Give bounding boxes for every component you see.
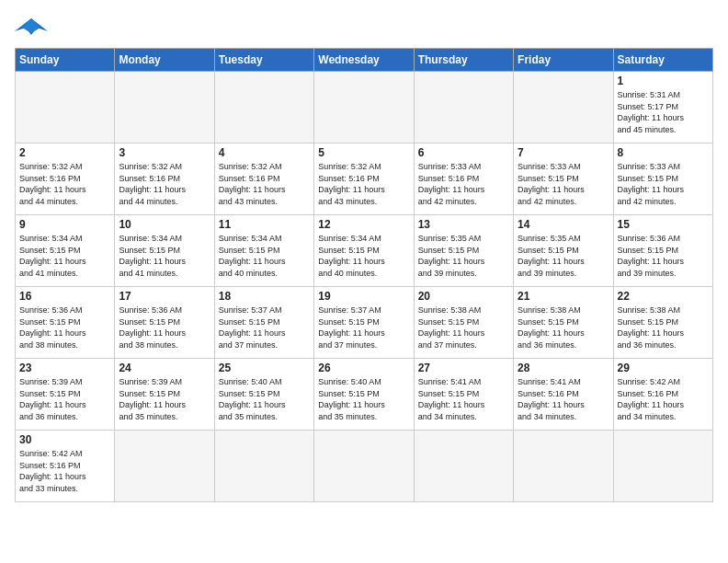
day-info: Sunrise: 5:35 AM Sunset: 5:15 PM Dayligh… bbox=[418, 233, 509, 279]
calendar-body: 1Sunrise: 5:31 AM Sunset: 5:17 PM Daylig… bbox=[16, 72, 713, 502]
day-info: Sunrise: 5:33 AM Sunset: 5:15 PM Dayligh… bbox=[518, 161, 609, 207]
day-info: Sunrise: 5:34 AM Sunset: 5:15 PM Dayligh… bbox=[318, 233, 409, 279]
logo-icon bbox=[15, 15, 48, 40]
calendar-cell: 13Sunrise: 5:35 AM Sunset: 5:15 PM Dayli… bbox=[414, 215, 513, 287]
day-info: Sunrise: 5:42 AM Sunset: 5:16 PM Dayligh… bbox=[19, 448, 110, 494]
day-number: 24 bbox=[119, 362, 210, 374]
day-number: 20 bbox=[418, 290, 509, 303]
calendar-cell: 10Sunrise: 5:34 AM Sunset: 5:15 PM Dayli… bbox=[115, 215, 214, 287]
calendar-cell bbox=[414, 431, 513, 502]
calendar-cell: 20Sunrise: 5:38 AM Sunset: 5:15 PM Dayli… bbox=[414, 287, 513, 359]
day-info: Sunrise: 5:39 AM Sunset: 5:15 PM Dayligh… bbox=[19, 376, 110, 422]
day-number: 22 bbox=[618, 290, 709, 303]
calendar-cell bbox=[214, 431, 313, 502]
day-number: 15 bbox=[618, 218, 709, 231]
calendar-cell bbox=[314, 72, 414, 144]
day-number: 4 bbox=[219, 146, 310, 159]
day-number: 13 bbox=[418, 218, 509, 231]
calendar-cell: 1Sunrise: 5:31 AM Sunset: 5:17 PM Daylig… bbox=[613, 72, 712, 144]
calendar-cell bbox=[314, 431, 414, 502]
day-info: Sunrise: 5:38 AM Sunset: 5:15 PM Dayligh… bbox=[618, 304, 709, 350]
day-number: 3 bbox=[119, 146, 210, 159]
day-number: 18 bbox=[219, 290, 310, 303]
calendar-cell bbox=[115, 72, 214, 144]
day-number: 14 bbox=[518, 218, 609, 231]
header-cell-thursday: Thursday bbox=[414, 49, 513, 72]
calendar-cell bbox=[115, 431, 214, 502]
day-number: 11 bbox=[219, 218, 310, 231]
day-info: Sunrise: 5:36 AM Sunset: 5:15 PM Dayligh… bbox=[19, 304, 110, 350]
calendar-cell: 12Sunrise: 5:34 AM Sunset: 5:15 PM Dayli… bbox=[314, 215, 414, 287]
calendar-cell: 22Sunrise: 5:38 AM Sunset: 5:15 PM Dayli… bbox=[613, 287, 712, 359]
calendar-week-3: 9Sunrise: 5:34 AM Sunset: 5:15 PM Daylig… bbox=[16, 215, 713, 287]
day-info: Sunrise: 5:36 AM Sunset: 5:15 PM Dayligh… bbox=[618, 233, 709, 279]
calendar-cell: 8Sunrise: 5:33 AM Sunset: 5:15 PM Daylig… bbox=[613, 144, 712, 215]
day-info: Sunrise: 5:36 AM Sunset: 5:15 PM Dayligh… bbox=[119, 304, 210, 350]
day-number: 8 bbox=[618, 146, 709, 159]
calendar-cell: 4Sunrise: 5:32 AM Sunset: 5:16 PM Daylig… bbox=[214, 144, 313, 215]
day-number: 23 bbox=[19, 362, 110, 374]
day-number: 25 bbox=[219, 362, 310, 374]
day-info: Sunrise: 5:40 AM Sunset: 5:15 PM Dayligh… bbox=[318, 376, 409, 422]
day-number: 30 bbox=[19, 433, 110, 446]
day-info: Sunrise: 5:37 AM Sunset: 5:15 PM Dayligh… bbox=[318, 304, 409, 350]
calendar-week-4: 16Sunrise: 5:36 AM Sunset: 5:15 PM Dayli… bbox=[16, 287, 713, 359]
calendar-cell bbox=[16, 72, 115, 144]
day-info: Sunrise: 5:37 AM Sunset: 5:15 PM Dayligh… bbox=[219, 304, 310, 350]
calendar-week-2: 2Sunrise: 5:32 AM Sunset: 5:16 PM Daylig… bbox=[16, 144, 713, 215]
day-number: 2 bbox=[19, 146, 110, 159]
calendar-cell: 18Sunrise: 5:37 AM Sunset: 5:15 PM Dayli… bbox=[214, 287, 313, 359]
day-info: Sunrise: 5:41 AM Sunset: 5:15 PM Dayligh… bbox=[418, 376, 509, 422]
day-info: Sunrise: 5:34 AM Sunset: 5:15 PM Dayligh… bbox=[219, 233, 310, 279]
header-cell-sunday: Sunday bbox=[16, 49, 115, 72]
calendar-cell bbox=[214, 72, 313, 144]
calendar-cell: 7Sunrise: 5:33 AM Sunset: 5:15 PM Daylig… bbox=[514, 144, 613, 215]
day-number: 26 bbox=[318, 362, 409, 374]
header-cell-tuesday: Tuesday bbox=[214, 49, 313, 72]
day-info: Sunrise: 5:42 AM Sunset: 5:16 PM Dayligh… bbox=[618, 376, 709, 422]
calendar-cell: 23Sunrise: 5:39 AM Sunset: 5:15 PM Dayli… bbox=[16, 359, 115, 431]
day-info: Sunrise: 5:38 AM Sunset: 5:15 PM Dayligh… bbox=[418, 304, 509, 350]
calendar-header: SundayMondayTuesdayWednesdayThursdayFrid… bbox=[16, 49, 713, 72]
day-info: Sunrise: 5:32 AM Sunset: 5:16 PM Dayligh… bbox=[119, 161, 210, 207]
day-info: Sunrise: 5:41 AM Sunset: 5:16 PM Dayligh… bbox=[518, 376, 609, 422]
calendar-cell: 21Sunrise: 5:38 AM Sunset: 5:15 PM Dayli… bbox=[514, 287, 613, 359]
calendar-cell: 25Sunrise: 5:40 AM Sunset: 5:15 PM Dayli… bbox=[214, 359, 313, 431]
day-info: Sunrise: 5:31 AM Sunset: 5:17 PM Dayligh… bbox=[618, 89, 709, 135]
calendar-cell: 30Sunrise: 5:42 AM Sunset: 5:16 PM Dayli… bbox=[16, 431, 115, 502]
day-number: 12 bbox=[318, 218, 409, 231]
day-info: Sunrise: 5:38 AM Sunset: 5:15 PM Dayligh… bbox=[518, 304, 609, 350]
calendar-cell: 5Sunrise: 5:32 AM Sunset: 5:16 PM Daylig… bbox=[314, 144, 414, 215]
day-number: 19 bbox=[318, 290, 409, 303]
calendar-table: SundayMondayTuesdayWednesdayThursdayFrid… bbox=[15, 48, 713, 502]
day-number: 28 bbox=[518, 362, 609, 374]
calendar-week-1: 1Sunrise: 5:31 AM Sunset: 5:17 PM Daylig… bbox=[16, 72, 713, 144]
day-number: 17 bbox=[119, 290, 210, 303]
day-number: 6 bbox=[418, 146, 509, 159]
day-number: 16 bbox=[19, 290, 110, 303]
header-row: SundayMondayTuesdayWednesdayThursdayFrid… bbox=[16, 49, 713, 72]
logo bbox=[15, 15, 51, 40]
calendar-cell: 26Sunrise: 5:40 AM Sunset: 5:15 PM Dayli… bbox=[314, 359, 414, 431]
day-number: 21 bbox=[518, 290, 609, 303]
day-number: 5 bbox=[318, 146, 409, 159]
day-number: 1 bbox=[618, 75, 709, 87]
day-number: 29 bbox=[618, 362, 709, 374]
calendar-cell bbox=[514, 72, 613, 144]
day-info: Sunrise: 5:34 AM Sunset: 5:15 PM Dayligh… bbox=[119, 233, 210, 279]
day-info: Sunrise: 5:35 AM Sunset: 5:15 PM Dayligh… bbox=[518, 233, 609, 279]
day-info: Sunrise: 5:33 AM Sunset: 5:15 PM Dayligh… bbox=[618, 161, 709, 207]
calendar-cell: 11Sunrise: 5:34 AM Sunset: 5:15 PM Dayli… bbox=[214, 215, 313, 287]
svg-marker-1 bbox=[22, 18, 40, 33]
calendar-cell: 19Sunrise: 5:37 AM Sunset: 5:15 PM Dayli… bbox=[314, 287, 414, 359]
calendar-cell bbox=[414, 72, 513, 144]
day-info: Sunrise: 5:39 AM Sunset: 5:15 PM Dayligh… bbox=[119, 376, 210, 422]
calendar-cell: 14Sunrise: 5:35 AM Sunset: 5:15 PM Dayli… bbox=[514, 215, 613, 287]
calendar-cell: 3Sunrise: 5:32 AM Sunset: 5:16 PM Daylig… bbox=[115, 144, 214, 215]
calendar-cell bbox=[514, 431, 613, 502]
header-cell-saturday: Saturday bbox=[613, 49, 712, 72]
calendar-cell: 27Sunrise: 5:41 AM Sunset: 5:15 PM Dayli… bbox=[414, 359, 513, 431]
calendar-cell: 24Sunrise: 5:39 AM Sunset: 5:15 PM Dayli… bbox=[115, 359, 214, 431]
day-number: 7 bbox=[518, 146, 609, 159]
calendar-week-6: 30Sunrise: 5:42 AM Sunset: 5:16 PM Dayli… bbox=[16, 431, 713, 502]
